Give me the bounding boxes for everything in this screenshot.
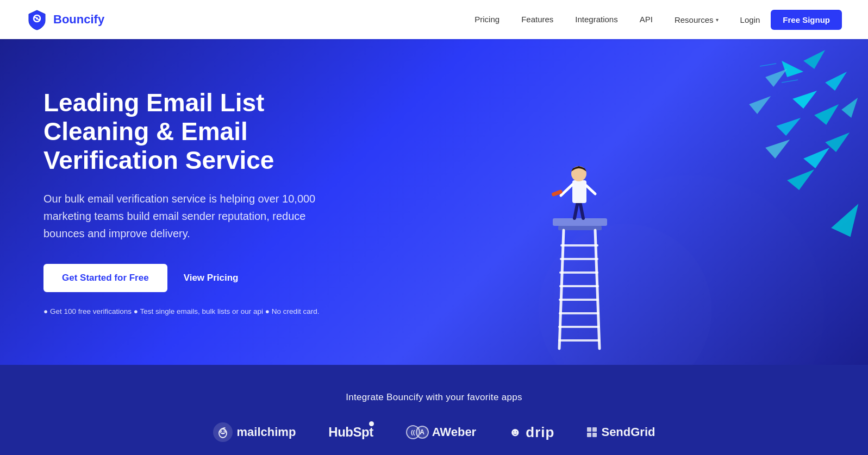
svg-marker-11 (825, 132, 850, 152)
sendgrid-icon (587, 427, 597, 437)
svg-marker-15 (827, 204, 866, 241)
svg-marker-7 (814, 104, 839, 125)
svg-marker-9 (776, 118, 801, 136)
nav-links: Pricing Features Integrations API Resour… (474, 15, 718, 24)
hubspot-label: HubSpt (328, 425, 373, 440)
sendgrid-label: SendGrid (601, 425, 655, 439)
free-signup-button[interactable]: Free Signup (771, 10, 842, 30)
svg-marker-13 (765, 140, 790, 159)
aweber-wrapper: (( A AWeber (406, 425, 477, 439)
aweber-label: AWeber (432, 425, 477, 439)
navbar: Bouncify Pricing Features Integrations A… (0, 0, 868, 39)
svg-line-35 (586, 186, 595, 194)
svg-marker-2 (782, 61, 803, 77)
nav-resources[interactable]: Resources ▾ (675, 15, 719, 24)
nav-integrations[interactable]: Integrations (575, 15, 617, 24)
nav-pricing[interactable]: Pricing (474, 15, 499, 24)
get-started-button[interactable]: Get Started for Free (43, 264, 167, 292)
svg-marker-8 (841, 98, 858, 118)
svg-line-31 (580, 202, 583, 218)
hero-content: Leading Email List Cleaning & Email Veri… (43, 89, 370, 315)
hero-title: Leading Email List Cleaning & Email Veri… (43, 89, 370, 175)
aweber-icon: (( A (406, 425, 429, 439)
svg-marker-14 (787, 169, 814, 190)
drip-label: drip (526, 424, 554, 441)
hero-perks: ● Get 100 free verifications ● Test sing… (43, 307, 370, 315)
mailchimp-logo: mailchimp (213, 422, 296, 442)
integrations-title: Integrate Bouncify with your favorite ap… (22, 392, 846, 403)
nav-features[interactable]: Features (521, 15, 553, 24)
svg-marker-3 (803, 50, 825, 69)
logo-link[interactable]: Bouncify (26, 9, 104, 30)
svg-line-20 (559, 230, 564, 349)
svg-line-16 (760, 64, 776, 66)
login-link[interactable]: Login (740, 15, 760, 24)
svg-marker-12 (803, 148, 829, 168)
svg-line-30 (574, 202, 578, 218)
chevron-down-icon: ▾ (716, 17, 719, 23)
integrations-section: Integrate Bouncify with your favorite ap… (0, 365, 868, 455)
svg-rect-32 (572, 180, 586, 203)
svg-marker-6 (765, 69, 787, 87)
drip-crown-icon: ☻ (509, 425, 521, 439)
svg-rect-18 (553, 218, 607, 226)
nav-api[interactable]: API (640, 15, 653, 24)
aweber-logo: (( A AWeber (406, 425, 477, 439)
hero-buttons: Get Started for Free View Pricing (43, 264, 370, 292)
ladder-figure-illustration (517, 77, 642, 359)
svg-marker-5 (792, 91, 817, 109)
integrations-logos: mailchimp HubSpt (( A AWeber (22, 422, 846, 442)
hero-subtitle: Our bulk email verification service is h… (43, 190, 326, 242)
svg-line-33 (561, 185, 572, 195)
hero-section: Leading Email List Cleaning & Email Veri… (0, 39, 868, 365)
svg-line-21 (595, 230, 600, 349)
mailchimp-label: mailchimp (237, 425, 296, 439)
svg-point-40 (223, 431, 224, 432)
svg-marker-4 (825, 72, 847, 91)
svg-point-39 (221, 431, 222, 432)
drip-logo: ☻ drip (509, 424, 554, 441)
sendgrid-logo: SendGrid (587, 425, 655, 439)
svg-line-17 (782, 80, 798, 83)
logo-icon (26, 9, 48, 30)
brand-name: Bouncify (53, 12, 104, 27)
svg-marker-10 (749, 96, 771, 114)
hubspot-logo: HubSpt (328, 425, 373, 440)
mailchimp-icon (213, 422, 233, 442)
view-pricing-button[interactable]: View Pricing (184, 273, 239, 283)
